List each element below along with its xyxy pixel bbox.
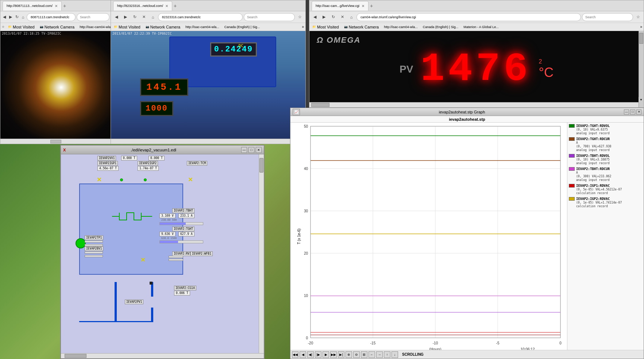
bookmarks-bar-1: ☆ 📁 Most Visited 📷 Network Camera http:/… bbox=[0, 23, 111, 31]
edl-minimize-btn[interactable]: — bbox=[241, 147, 247, 153]
horizontal-scrollbar-3[interactable] bbox=[309, 102, 639, 107]
edl-val-igp2-v1: 0.000 T bbox=[149, 156, 165, 161]
bookmark-network-camera-2[interactable]: 📷 Network Camera bbox=[144, 24, 182, 30]
bookmark-star-2[interactable]: ☆ bbox=[296, 13, 304, 21]
graph-btn-ff[interactable]: ▶▶ bbox=[330, 351, 337, 358]
bookmark-most-visited-3[interactable]: 📁 Most Visited bbox=[311, 24, 340, 30]
reload-button-2[interactable]: ↻ bbox=[131, 13, 139, 21]
omega-degree-c: °C bbox=[539, 65, 554, 80]
graph-btn-pan-l[interactable]: ← bbox=[369, 351, 375, 358]
legend-label-2: IEVAP2:TGHT:RDCUR bbox=[576, 137, 610, 141]
browser-tab-3[interactable]: http://isac-cam...g/liveView.cgi ✕ bbox=[312, 1, 369, 11]
graph-btn-prev[interactable]: ◀ bbox=[300, 351, 306, 358]
graph-window: 📈 ievap2autoheat.stp Graph — □ ✕ ievap2a… bbox=[290, 108, 644, 359]
browser-toolbar-3: ◀ ▶ ↻ ✕ ⌂ ☆ bbox=[309, 11, 644, 23]
bookmark-network-camera-1[interactable]: 📷 Network Camera bbox=[38, 24, 76, 30]
camera-view-1: 2013/01/07 22:18:25 TV-IP862IC bbox=[0, 31, 111, 144]
home-button-2[interactable]: ⌂ bbox=[149, 13, 157, 21]
omega-temperature: 1476 bbox=[420, 49, 531, 89]
legend-val-2a: A bbox=[569, 141, 642, 144]
graph-btn-step-back[interactable]: ◀| bbox=[307, 351, 314, 358]
graph-btn-end[interactable]: ▶| bbox=[338, 351, 344, 358]
bookmarks-more-3[interactable]: » bbox=[640, 25, 642, 29]
edl-scrollbar-thumb-h bbox=[65, 354, 86, 358]
legend-val-6b: calculation record bbox=[569, 205, 642, 208]
address-bar-3[interactable] bbox=[356, 13, 581, 21]
graph-btn-pan-r[interactable]: → bbox=[376, 351, 383, 358]
stop-button-2[interactable]: ✕ bbox=[140, 13, 148, 21]
graph-maximize-btn[interactable]: □ bbox=[630, 109, 635, 115]
home-button-1[interactable]: ⌂ bbox=[20, 13, 26, 21]
refresh-button-1[interactable]: ↻ bbox=[14, 13, 19, 21]
browser-new-tab-2[interactable]: + bbox=[172, 3, 178, 9]
forward-button-2[interactable]: ▶ bbox=[122, 13, 130, 21]
browser-new-tab-1[interactable]: + bbox=[62, 3, 68, 9]
edl-maximize-btn[interactable]: □ bbox=[248, 147, 254, 153]
edl-close-btn[interactable]: ✕ bbox=[256, 147, 262, 153]
graph-legend-panel: IEVAP2:TGHT:RDVOL (0, 10) VAL=9.6375 ana… bbox=[567, 123, 644, 350]
bookmark-materion-3[interactable]: Materion - A Global Le... bbox=[462, 25, 500, 29]
graph-btn-zoom-in[interactable]: ⊕ bbox=[346, 351, 352, 358]
bookmark-canada-3[interactable]: Canada (English) | Sig... bbox=[421, 25, 460, 29]
bookmark-most-visited-1[interactable]: 📁 Most Visited bbox=[7, 24, 36, 30]
legend-item-6: IEVAP2:IGP2:RDVAC (0, 1e-05) VAL=1.74114… bbox=[569, 197, 642, 208]
search-input-2[interactable] bbox=[244, 13, 295, 21]
bookmark-canada-2[interactable]: Canada (English) | Sig... bbox=[223, 25, 261, 29]
edl-scrollbar-v[interactable] bbox=[259, 154, 264, 358]
omega-scrollbar[interactable] bbox=[639, 31, 644, 107]
scroll-arrow-down-3[interactable]: ▼ bbox=[639, 97, 644, 102]
bookmark-cam04-1[interactable]: http://isac-cam04-wla... bbox=[78, 25, 111, 29]
graph-btn-pan-u[interactable]: ↑ bbox=[384, 351, 390, 358]
search-input-1[interactable] bbox=[77, 13, 109, 21]
edl-label-vv1: IEVAP2VV1 bbox=[97, 156, 116, 161]
graph-btn-rewind[interactable]: ◀◀ bbox=[292, 351, 298, 358]
graph-close-btn[interactable]: ✕ bbox=[636, 109, 641, 115]
cam2-voltmeter-display: 0.24249 bbox=[210, 42, 257, 57]
stop-button-3[interactable]: ✕ bbox=[338, 13, 346, 21]
bookmark-most-visited-2[interactable]: 📁 Most Visited bbox=[112, 24, 142, 30]
cam2-timestamp: 2013/01/07 22:22:39 TV-IP862IC bbox=[112, 32, 172, 35]
bookmark-cam04-3[interactable]: http://isac-cam04-wla... bbox=[382, 25, 419, 29]
edl-val-igp2-v2: 1.74e-07 T bbox=[138, 166, 159, 171]
reload-button-3[interactable]: ↻ bbox=[329, 13, 337, 21]
legend-color-2 bbox=[569, 137, 575, 141]
browser-tab-2[interactable]: http://82323316...netcloud.com/ ✕ bbox=[113, 1, 172, 11]
browser-new-tab-3[interactable]: + bbox=[369, 3, 374, 9]
bookmark-cam04-2[interactable]: http://isac-cam04-wla... bbox=[184, 25, 221, 29]
graph-btn-step-fwd[interactable]: |▶ bbox=[315, 351, 321, 358]
browser-tab-close-2[interactable]: ✕ bbox=[165, 4, 168, 8]
edl-diagram-area: IEVAP2VV1 IEVAP2IGP1 0.000 T 4.56e-07 T … bbox=[61, 154, 264, 358]
address-bar-1[interactable] bbox=[27, 13, 76, 21]
back-button-3[interactable]: ◀ bbox=[311, 13, 319, 21]
home-button-3[interactable]: ⌂ bbox=[347, 13, 355, 21]
graph-btn-pan-d[interactable]: ↓ bbox=[392, 351, 398, 358]
legend-item-5: IEVAP2:IGP1:RDVAC (0, 5e-05) VAL=4.56212… bbox=[569, 184, 642, 195]
bookmark-label-2b: Network Camera bbox=[150, 25, 181, 29]
browser-tab-close-3[interactable]: ✕ bbox=[362, 4, 365, 8]
back-button-1[interactable]: ◀ bbox=[2, 13, 7, 21]
graph-btn-fit[interactable]: ⊞ bbox=[361, 351, 367, 358]
address-bar-2[interactable] bbox=[158, 13, 243, 21]
bookmark-star-3[interactable]: ☆ bbox=[634, 13, 642, 21]
browser-tab-close-1[interactable]: ✕ bbox=[55, 4, 58, 8]
forward-button-1[interactable]: ▶ bbox=[8, 13, 13, 21]
bookmark-label-3b: Network Camera bbox=[349, 25, 379, 29]
bookmark-network-camera-3[interactable]: 📷 Network Camera bbox=[343, 24, 381, 30]
bookmark-label-3d: Canada (English) | Sig... bbox=[423, 25, 458, 29]
edl-titlebar: X ./edl/ievap2_vacuum1.edl — □ ✕ bbox=[61, 146, 264, 154]
camera-view-3: Ω OMEGA PV 1476 2 °C ▼ bbox=[309, 31, 644, 107]
legend-val-3a: (0, 10) VAL=3.16875 bbox=[569, 158, 642, 161]
bookmarks-more-2[interactable]: » bbox=[302, 25, 304, 29]
graph-btn-zoom-out[interactable]: ⊖ bbox=[353, 351, 360, 358]
back-button-2[interactable]: ◀ bbox=[112, 13, 120, 21]
edl-scrollbar-h[interactable] bbox=[61, 353, 264, 358]
legend-item-4: IEVAP2:TBHT:RDCUR A (0, 300) VAL=233.062… bbox=[569, 167, 642, 182]
legend-val-4b: (0, 300) VAL=233.062 bbox=[569, 175, 642, 178]
bookmark-label-3e: Materion - A Global Le... bbox=[463, 25, 499, 29]
graph-btn-next[interactable]: ▶ bbox=[323, 351, 329, 358]
graph-minimize-btn[interactable]: — bbox=[624, 109, 629, 115]
browser-tab-1[interactable]: http://80871113...netcloud.com/ ✕ bbox=[3, 1, 62, 11]
forward-button-3[interactable]: ▶ bbox=[320, 13, 328, 21]
search-input-3[interactable] bbox=[582, 13, 633, 21]
edl-valve-2: ✕ bbox=[188, 176, 193, 183]
